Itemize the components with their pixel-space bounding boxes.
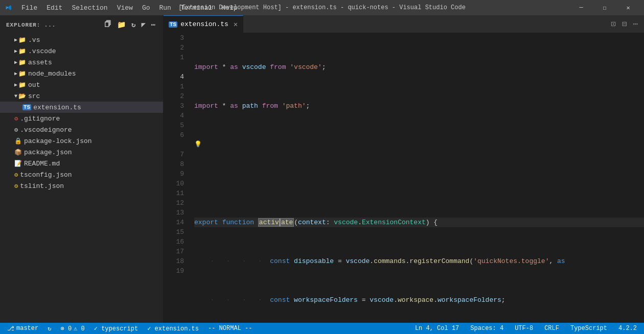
line-number [168,140,184,150]
line-number: 3 [168,33,184,43]
refresh-icon[interactable]: ↻ [130,19,137,30]
ts-file-icon: TS [22,104,31,110]
line-ending-label: CRLF [544,325,559,332]
more-actions-icon[interactable]: ⋯ [631,18,640,30]
minimize-button[interactable]: ─ [569,0,593,15]
vscode-icon [4,4,12,12]
sidebar-title: EXPLORER: ... [6,22,56,28]
sync-icon-btn[interactable]: ↻ [45,323,53,334]
status-bar-left: ⎇ master ↻ ⊗ 0 ⚠ 0 ✓ typescript ✓ extens… [5,323,254,334]
sidebar-item-extension-ts[interactable]: TS extension.ts [0,102,163,113]
menu-view[interactable]: View [113,3,137,13]
tab-extension-ts[interactable]: TS extension.ts ✕ [164,15,243,33]
git-icon: ⚙ [14,115,18,123]
toggle-panel-icon[interactable]: ⊟ [620,18,629,30]
folder-icon: 📁 [18,47,26,55]
git-branch[interactable]: ⎇ master [5,323,40,334]
menu-selection[interactable]: Selection [67,3,111,13]
sidebar-item-vs[interactable]: ▶ 📁 .vs [0,34,163,45]
vim-mode: -- NORMAL -- [206,323,254,334]
line-number: 9 [168,169,184,179]
sidebar-item-out[interactable]: ▶ 📁 out [0,79,163,90]
git-branch-icon: ⎇ [7,325,14,332]
ts-version[interactable]: 4.2.2 [616,323,639,334]
sidebar-item-package-lock[interactable]: 🔒 package-lock.json [0,135,163,147]
sidebar-item-label: src [28,92,163,100]
sidebar-item-vscode[interactable]: ▶ 📁 .vscode [0,45,163,57]
sidebar: EXPLORER: ... 🗍 📁 ↻ ◤ ⋯ ▶ 📁 .vs ▶ 📁 .vsc… [0,15,164,323]
title-bar: File Edit Selection View Go Run Terminal… [0,0,644,15]
errors-label: ⊗ 0 [60,325,72,332]
sidebar-item-readme[interactable]: 📝 README.md [0,158,163,169]
spaces-label: Spaces: 4 [470,325,503,332]
maximize-button[interactable]: ☐ [593,0,616,15]
window-title: [Extension Development Host] - extension… [178,4,466,11]
line-number: 5 [168,121,184,130]
folder-icon: 📁 [18,36,26,44]
editor-content[interactable]: 3 2 1 4 1 2 3 4 5 6 7 8 9 10 11 12 13 14 [164,33,644,323]
extension-ts-status[interactable]: ✓ extension.ts [145,323,201,334]
collapse-all-icon[interactable]: ◤ [140,19,147,30]
sidebar-item-vscodeignore[interactable]: ⚙ .vscodeignore [0,124,163,135]
ts-version-label: 4.2.2 [618,325,637,332]
menu-file[interactable]: File [17,3,41,13]
close-button[interactable]: ✕ [616,0,640,15]
indentation[interactable]: Spaces: 4 [468,323,505,334]
sidebar-item-label: extension.ts [33,104,163,111]
more-options-icon[interactable]: ⋯ [150,19,157,30]
menu-run[interactable]: Run [155,3,175,13]
folder-icon: 📁 [18,59,26,66]
sidebar-item-tslint[interactable]: ⚙ tslint.json [0,180,163,192]
typescript-status[interactable]: ✓ typescript [92,323,140,334]
menu-edit[interactable]: Edit [42,3,66,13]
sidebar-item-label: .vs [28,36,163,44]
status-bar-right: Ln 4, Col 17 Spaces: 4 UTF-8 CRLF TypeSc… [413,323,639,334]
sidebar-item-tsconfig[interactable]: ⚙ tsconfig.json [0,169,163,180]
sidebar-item-label: node_modules [28,70,163,78]
line-number: 13 [168,208,184,218]
sidebar-item-label: assets [28,59,163,66]
folder-icon: 📁 [18,81,26,89]
code-line: import * as path from 'path'; [194,101,644,111]
folder-icon: 📁 [18,70,26,78]
line-number [168,62,184,72]
code-editor[interactable]: import * as vscode from 'vscode'; import… [189,33,644,323]
sidebar-header-icons: 🗍 📁 ↻ ◤ ⋯ [103,19,157,30]
sidebar-item-gitignore[interactable]: ⚙ .gitignore [0,113,163,124]
line-number: 6 [168,130,184,140]
git-branch-label: master [16,325,38,332]
cursor-position[interactable]: Ln 4, Col 17 [413,323,461,334]
sidebar-item-label: tsconfig.json [20,171,163,179]
vim-mode-label: -- NORMAL -- [208,325,252,332]
sidebar-item-label: out [28,81,163,89]
sidebar-item-label: package.json [24,149,163,156]
sidebar-item-assets[interactable]: ▶ 📁 assets [0,57,163,68]
line-number: 4 [168,111,184,121]
json-icon: 🔒 [14,137,22,145]
sidebar-item-src[interactable]: ▼ 📂 src [0,90,163,102]
split-editor-icon[interactable]: ⊡ [609,18,618,30]
line-ending[interactable]: CRLF [542,323,561,334]
tslint-icon: ⚙ [14,182,18,190]
sidebar-item-node-modules[interactable]: ▶ 📁 node_modules [0,68,163,79]
lightbulb-icon[interactable]: 💡 [194,140,202,150]
editor-area: TS extension.ts ✕ ⊡ ⊟ ⋯ 3 2 1 4 1 2 3 [164,15,644,323]
line-number: 12 [168,198,184,208]
tab-file-icon: TS [169,21,177,28]
window-controls[interactable]: ─ ☐ ✕ [569,0,640,15]
new-folder-icon[interactable]: 📁 [116,19,127,30]
tab-bar: TS extension.ts ✕ ⊡ ⊟ ⋯ [164,15,644,33]
language-mode[interactable]: TypeScript [568,323,609,334]
status-bar: ⎇ master ↻ ⊗ 0 ⚠ 0 ✓ typescript ✓ extens… [0,323,644,334]
line-number: 1 [168,82,184,91]
new-file-icon[interactable]: 🗍 [103,19,113,30]
tab-close-icon[interactable]: ✕ [234,20,238,29]
errors-count[interactable]: ⊗ 0 ⚠ 0 [58,323,86,334]
menu-go[interactable]: Go [138,3,154,13]
encoding[interactable]: UTF-8 [513,323,535,334]
sidebar-item-package-json[interactable]: 📦 package.json [0,147,163,158]
code-line: 💡 [194,140,644,150]
sidebar-item-label: README.md [24,160,163,168]
typescript-label: ✓ typescript [94,325,138,332]
md-icon: 📝 [14,160,22,168]
